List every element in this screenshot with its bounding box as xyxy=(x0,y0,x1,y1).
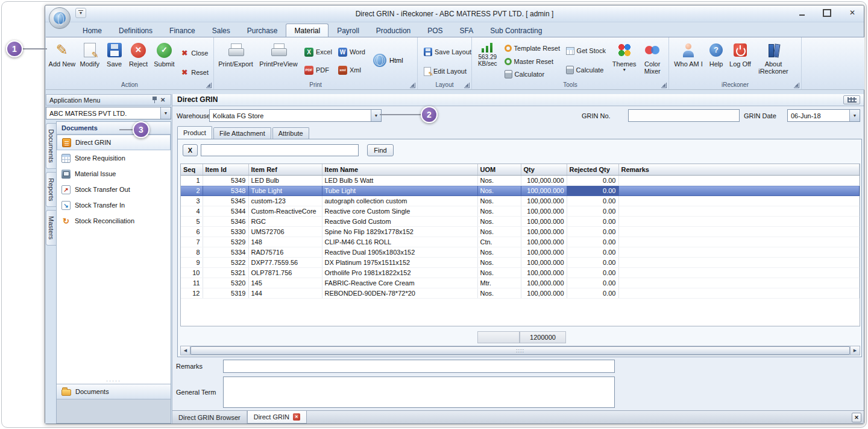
cell-remarks[interactable] xyxy=(618,288,860,299)
save-layout-button[interactable]: Save Layout xyxy=(422,46,470,58)
cell-uom[interactable]: Nos. xyxy=(477,217,521,227)
cell-item-ref[interactable]: custom-123 xyxy=(248,196,322,206)
cell-item-name[interactable]: FABRIC-Reactive Core Cream xyxy=(322,278,477,288)
close-form-button[interactable]: Close xyxy=(178,47,210,59)
cell-rejected-qty[interactable]: 0.00 xyxy=(567,268,618,278)
cell-uom[interactable]: Nos. xyxy=(477,227,521,237)
cell-uom[interactable]: Nos. xyxy=(477,268,521,278)
cell-qty[interactable]: 100,000.000 xyxy=(521,237,567,247)
cell-item-id[interactable]: 5320 xyxy=(203,278,248,288)
table-row[interactable]: 9 5322 DXP77.7559.56 DX Platinum 1975x15… xyxy=(181,258,860,268)
column-header[interactable]: Item Name xyxy=(322,164,477,176)
sidebar-item[interactable]: Store Requisition xyxy=(57,150,171,166)
print-export-button[interactable]: Print/Export xyxy=(216,39,256,80)
cell-seq[interactable]: 11 xyxy=(181,278,203,288)
cell-rejected-qty[interactable]: 0.00 xyxy=(567,227,618,237)
scroll-left-arrow[interactable] xyxy=(181,346,190,355)
cell-uom[interactable]: Nos. xyxy=(477,176,521,186)
reject-button[interactable]: Reject xyxy=(126,39,151,80)
cell-rejected-qty[interactable]: 0.00 xyxy=(567,247,618,258)
table-row[interactable]: 4 5344 Custom-ReactiveCore Reactive core… xyxy=(181,206,860,217)
cell-uom[interactable]: Nos. xyxy=(477,186,521,196)
ribbon-tab[interactable]: Payroll xyxy=(329,24,368,37)
cell-remarks[interactable] xyxy=(618,237,860,247)
cell-item-name[interactable]: Ortholife Pro 1981x1822x152 xyxy=(322,268,477,278)
cell-qty[interactable]: 100,000.000 xyxy=(521,186,567,196)
cell-remarks[interactable] xyxy=(618,227,860,237)
ribbon-tab[interactable]: Purchase xyxy=(239,24,286,37)
modify-button[interactable]: Modify xyxy=(77,39,103,80)
find-button[interactable]: Find xyxy=(367,144,394,156)
cell-uom[interactable]: Nos. xyxy=(477,196,521,206)
clear-search-button[interactable]: X xyxy=(183,144,198,156)
table-row[interactable]: 8 5334 RAD75716 Reactive Dual 1905x1803x… xyxy=(181,247,860,258)
cell-item-name[interactable]: Spine No Flip 1829x1778x152 xyxy=(322,227,477,237)
word-export-button[interactable]: Word xyxy=(336,46,367,58)
get-stock-button[interactable]: Get Stock xyxy=(564,45,609,57)
cell-seq[interactable]: 3 xyxy=(181,196,203,206)
cell-seq[interactable]: 2 xyxy=(181,186,203,196)
ribbon-tab[interactable]: SFA xyxy=(451,24,482,37)
cell-item-id[interactable]: 5322 xyxy=(203,258,248,268)
cell-seq[interactable]: 6 xyxy=(181,227,203,237)
cell-item-name[interactable]: autograph collection custom xyxy=(322,196,477,206)
cell-uom[interactable]: Nos. xyxy=(477,288,521,299)
cell-item-name[interactable]: LED Bulb 5 Watt xyxy=(322,176,477,186)
cell-qty[interactable]: 100,000.000 xyxy=(521,278,567,288)
cell-remarks[interactable] xyxy=(618,196,860,206)
column-header[interactable]: UOM xyxy=(477,164,521,176)
cell-remarks[interactable] xyxy=(618,268,860,278)
html-export-button[interactable]: Html xyxy=(371,51,406,70)
cell-rejected-qty[interactable]: 0.00 xyxy=(567,196,618,206)
grin-no-input[interactable] xyxy=(628,109,740,122)
reset-button[interactable]: Reset xyxy=(178,66,210,78)
cell-item-ref[interactable]: 145 xyxy=(248,278,322,288)
table-row[interactable]: 7 5329 148 CLIP-M46 CL16 ROLL Ctn. 100,0… xyxy=(181,237,860,247)
maximize-button[interactable] xyxy=(819,7,835,19)
cell-seq[interactable]: 7 xyxy=(181,237,203,247)
cell-item-name[interactable]: Reactive Gold Custom xyxy=(322,217,477,227)
app-logo-icon[interactable] xyxy=(49,7,71,29)
table-row[interactable]: 12 5319 144 REBONDED-90DEN-78*72*20 Nos.… xyxy=(181,288,860,299)
cell-item-id[interactable]: 5321 xyxy=(203,268,248,278)
xml-export-button[interactable]: Xml xyxy=(336,64,367,76)
excel-export-button[interactable]: Excel xyxy=(303,46,334,58)
cell-remarks[interactable] xyxy=(618,278,860,288)
column-header[interactable]: Seq xyxy=(181,164,203,176)
dialog-launcher-icon[interactable] xyxy=(464,83,470,88)
cell-seq[interactable]: 1 xyxy=(181,176,203,186)
sidebar-item[interactable]: Material Issue xyxy=(57,166,171,182)
pin-icon[interactable] xyxy=(152,96,157,104)
cell-rejected-qty[interactable]: 0.00 xyxy=(567,278,618,288)
cell-item-ref[interactable]: RGC xyxy=(248,217,322,227)
sidebar-item[interactable]: Direct GRIN xyxy=(57,135,171,150)
ribbon-tab[interactable]: Sub Contracting xyxy=(482,24,550,37)
column-header[interactable]: Item Id xyxy=(203,164,248,176)
cell-rejected-qty[interactable]: 0.00 xyxy=(567,176,618,186)
cell-item-ref[interactable]: Tube Light xyxy=(248,186,322,196)
dialog-launcher-icon[interactable] xyxy=(661,83,667,88)
cell-qty[interactable]: 100,000.000 xyxy=(521,258,567,268)
ribbon-tab[interactable]: Definitions xyxy=(110,24,161,37)
search-input[interactable] xyxy=(201,144,359,156)
table-row[interactable]: 6 5330 UMS72706 Spine No Flip 1829x1778x… xyxy=(181,227,860,237)
calculator-button[interactable]: Calculator xyxy=(503,68,562,80)
cell-uom[interactable]: Nos. xyxy=(477,206,521,217)
column-header[interactable]: Item Ref xyxy=(248,164,322,176)
cell-item-ref[interactable]: DXP77.7559.56 xyxy=(248,258,322,268)
close-button[interactable] xyxy=(844,7,860,19)
column-header[interactable]: Rejected Qty xyxy=(567,164,618,176)
log-off-button[interactable]: Log Off xyxy=(726,39,754,80)
cell-item-ref[interactable]: OLP7871.756 xyxy=(248,268,322,278)
ribbon-tab[interactable]: Finance xyxy=(161,24,204,37)
dialog-launcher-icon[interactable] xyxy=(206,83,212,88)
cell-item-ref[interactable]: LED Bulb xyxy=(248,176,322,186)
scrollbar-thumb[interactable] xyxy=(190,346,850,355)
cell-item-id[interactable]: 5329 xyxy=(203,237,248,247)
dock-tab[interactable]: Documents xyxy=(46,123,56,169)
cell-seq[interactable]: 12 xyxy=(181,288,203,299)
sidebar-item[interactable]: Stock Transfer In xyxy=(57,197,171,213)
cell-item-ref[interactable]: 144 xyxy=(248,288,322,299)
cell-rejected-qty[interactable]: 0.00 xyxy=(567,217,618,227)
cell-item-ref[interactable]: RAD75716 xyxy=(248,247,322,258)
